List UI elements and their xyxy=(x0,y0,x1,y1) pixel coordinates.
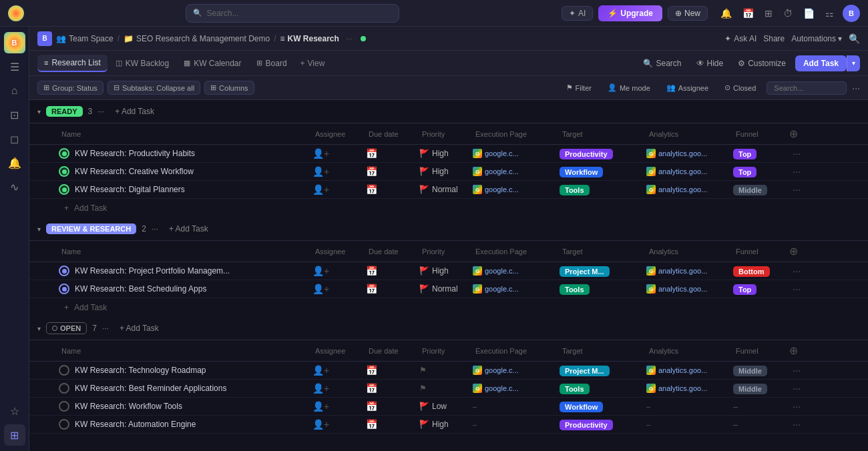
task-analytics[interactable]: G analytics.goo... xyxy=(646,284,733,294)
task-funnel[interactable]: Middle xyxy=(733,185,787,195)
add-task-section-open[interactable]: + Add Task xyxy=(114,322,164,334)
task-execution[interactable]: G google.c... xyxy=(473,149,560,158)
task-analytics[interactable]: G analytics.goo... xyxy=(646,266,733,276)
task-name[interactable]: KW Research: Creative Workflow xyxy=(75,167,194,176)
apps-icon[interactable]: ⚏ xyxy=(823,6,836,21)
task-status-open[interactable] xyxy=(59,401,69,412)
task-more-menu[interactable]: ··· xyxy=(787,284,807,294)
sidebar-menu-icon[interactable]: ☰ xyxy=(4,56,25,77)
workspace-icon[interactable]: B xyxy=(37,31,52,46)
task-priority[interactable]: 🚩 Normal xyxy=(419,284,473,294)
sidebar-notifications-icon[interactable]: 🔔 xyxy=(4,152,25,173)
section-header-review[interactable]: ▾ REVIEW & RESEARCH 2 ··· + Add Task xyxy=(29,217,868,240)
task-target[interactable]: Workflow xyxy=(560,402,646,412)
task-priority[interactable]: ⚑ xyxy=(419,384,473,393)
task-assignee[interactable]: 👤+ xyxy=(312,401,366,412)
task-assignee[interactable]: 👤+ xyxy=(312,419,366,430)
task-due-date[interactable]: 📅 xyxy=(366,166,419,177)
task-more-menu[interactable]: ··· xyxy=(787,266,807,276)
task-status-open[interactable] xyxy=(59,365,69,376)
task-due-date[interactable]: 📅 xyxy=(366,419,419,430)
task-analytics[interactable]: G analytics.goo... xyxy=(646,185,733,194)
section-more-open[interactable]: ··· xyxy=(102,324,109,333)
task-assignee[interactable]: 👤+ xyxy=(312,365,366,376)
breadcrumb-project[interactable]: 📁 SEO Research & Management Demo xyxy=(124,34,270,43)
task-priority[interactable]: 🚩 High xyxy=(419,149,473,158)
task-name[interactable]: KW Research: Workflow Tools xyxy=(75,402,182,411)
task-priority[interactable]: 🚩 Normal xyxy=(419,185,473,194)
task-priority[interactable]: 🚩 High xyxy=(419,167,473,176)
task-analytics[interactable]: G analytics.goo... xyxy=(646,149,733,158)
chevron-icon-open[interactable]: ▾ xyxy=(37,325,41,332)
new-button[interactable]: ⊕ New xyxy=(668,6,708,21)
task-target[interactable]: Workflow xyxy=(560,167,646,177)
task-assignee[interactable]: 👤+ xyxy=(312,184,366,195)
closed-filter-button[interactable]: ⊙ Closed xyxy=(719,81,761,94)
task-name[interactable]: KW Research: Best Reminder Applications xyxy=(75,384,226,393)
add-task-button[interactable]: Add Task xyxy=(795,55,847,71)
task-execution[interactable]: – xyxy=(473,402,560,410)
section-header-ready[interactable]: ▾ READY 3 ··· + Add Task xyxy=(29,100,868,123)
hide-action-button[interactable]: 👁 Hide xyxy=(691,56,729,71)
sidebar-apps-icon[interactable]: ⊞ xyxy=(4,424,25,446)
task-due-date[interactable]: 📅 xyxy=(366,383,419,394)
task-funnel[interactable]: Bottom xyxy=(733,266,787,276)
task-priority[interactable]: 🚩 High xyxy=(419,266,473,276)
task-name[interactable]: KW Research: Productivity Habits xyxy=(75,149,195,158)
task-more-menu[interactable]: ··· xyxy=(787,419,807,430)
task-name[interactable]: KW Research: Technology Roadmap xyxy=(75,366,206,375)
task-name[interactable]: KW Research: Digital Planners xyxy=(75,185,185,194)
tab-kw-calendar[interactable]: ▦ KW Calendar xyxy=(177,55,248,71)
task-funnel[interactable]: Top xyxy=(733,149,787,159)
col-add-icon[interactable]: ⊕ xyxy=(787,244,807,259)
layout-icon[interactable]: ⊞ xyxy=(763,6,775,21)
task-status-ready[interactable] xyxy=(59,166,69,177)
task-target[interactable]: Productivity xyxy=(560,420,646,430)
task-priority[interactable]: 🚩 Low xyxy=(419,402,473,411)
task-due-date[interactable]: 📅 xyxy=(366,148,419,159)
table-search-input[interactable] xyxy=(767,81,847,95)
task-funnel[interactable]: – xyxy=(733,402,787,412)
task-status-open[interactable] xyxy=(59,383,69,394)
tab-research-list[interactable]: ≡ Research List xyxy=(37,55,107,72)
task-funnel[interactable]: – xyxy=(733,420,787,430)
task-execution[interactable]: G google.c... xyxy=(473,185,560,194)
task-status-review[interactable] xyxy=(59,266,69,276)
task-target[interactable]: Tools xyxy=(560,384,646,394)
task-due-date[interactable]: 📅 xyxy=(366,401,419,412)
task-due-date[interactable]: 📅 xyxy=(366,266,419,276)
subtasks-filter-chip[interactable]: ⊟ Subtasks: Collapse all xyxy=(107,81,200,95)
chevron-icon-review[interactable]: ▾ xyxy=(37,226,41,233)
filter-button[interactable]: ⚑ Filter xyxy=(561,81,597,94)
task-more-menu[interactable]: ··· xyxy=(787,383,807,394)
tab-board[interactable]: ⊞ Board xyxy=(250,55,294,71)
share-button[interactable]: Share xyxy=(763,34,785,43)
task-funnel[interactable]: Top xyxy=(733,284,787,294)
task-more-menu[interactable]: ··· xyxy=(787,148,807,159)
task-target[interactable]: Productivity xyxy=(560,149,646,159)
task-analytics[interactable]: G analytics.goo... xyxy=(646,167,733,176)
add-task-section-ready[interactable]: + Add Task xyxy=(110,105,160,117)
task-assignee[interactable]: 👤+ xyxy=(312,383,366,394)
search-bar[interactable]: 🔍 Search... xyxy=(186,4,399,23)
task-execution[interactable]: G google.c... xyxy=(473,384,560,393)
me-mode-button[interactable]: 👤 Me mode xyxy=(602,81,656,94)
sidebar-pulse-icon[interactable]: ∿ xyxy=(4,176,25,197)
task-due-date[interactable]: 📅 xyxy=(366,284,419,294)
task-funnel[interactable]: Top xyxy=(733,167,787,177)
sidebar-logo[interactable]: B xyxy=(4,32,25,53)
col-add-icon[interactable]: ⊕ xyxy=(787,343,807,358)
customize-action-button[interactable]: ⚙ Customize xyxy=(732,56,791,71)
task-assignee[interactable]: 👤+ xyxy=(312,284,366,294)
task-execution[interactable]: G google.c... xyxy=(473,284,560,294)
task-funnel[interactable]: Middle xyxy=(733,384,787,394)
task-name[interactable]: KW Research: Automation Engine xyxy=(75,420,196,429)
task-more-menu[interactable]: ··· xyxy=(787,184,807,195)
task-assignee[interactable]: 👤+ xyxy=(312,266,366,276)
calendar-icon[interactable]: 📅 xyxy=(740,6,756,21)
task-execution[interactable]: G google.c... xyxy=(473,266,560,276)
section-more-ready[interactable]: ··· xyxy=(97,107,104,116)
task-due-date[interactable]: 📅 xyxy=(366,184,419,195)
columns-filter-chip[interactable]: ⊞ Columns xyxy=(204,81,254,95)
add-task-dropdown-button[interactable]: ▾ xyxy=(847,55,860,71)
